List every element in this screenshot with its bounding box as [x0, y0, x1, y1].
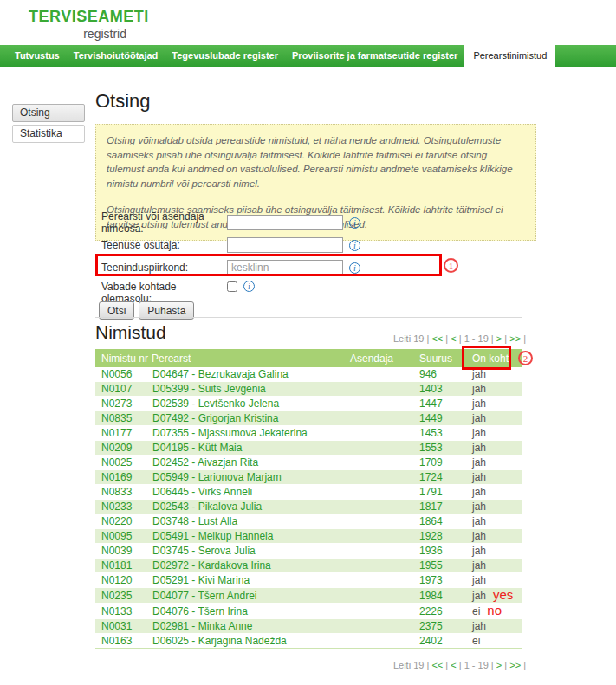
asendaja-cell	[349, 514, 397, 529]
suurus-value: 1724	[419, 471, 443, 483]
form-row-vacancy: Vabade kohtade olemasolu: i	[95, 279, 360, 298]
nimistu-link[interactable]: N0235	[101, 590, 132, 602]
nav-item[interactable]: Tegevuslubade register	[165, 45, 285, 67]
table-row: N0169D05949 - Larionova Marjam1724jah	[95, 470, 522, 485]
nav-item[interactable]: Tutvustus	[8, 45, 67, 67]
table-row: N0031D02981 - Minka Anne2375jah	[95, 619, 522, 634]
on-kohti-value: jah	[472, 397, 486, 410]
suurus-value: 1553	[419, 442, 443, 454]
perearst-link[interactable]: D04647 - Bezrukavaja Galina	[152, 368, 289, 380]
annotation-box-on-kohti	[462, 346, 511, 370]
perearst-link[interactable]: D05399 - Suits Jevgenia	[152, 383, 266, 395]
vacancy-checkbox[interactable]	[227, 281, 237, 292]
info-icon[interactable]: i	[349, 240, 360, 251]
perearst-link[interactable]: D02543 - Pikalova Julia	[152, 501, 262, 513]
pagination-page-range: 1 - 19	[464, 333, 489, 344]
annotation-callout-1: 1	[444, 258, 458, 273]
page-title: Otsing	[95, 90, 151, 113]
nimistu-link[interactable]: N0220	[101, 515, 132, 527]
perearst-link[interactable]: D02452 - Aivazjan Rita	[152, 456, 258, 469]
sidebar-item-statistika[interactable]: Statistika	[12, 125, 85, 143]
nimistu-link[interactable]: N0181	[101, 559, 132, 572]
on-kohti-value: jah	[472, 471, 486, 483]
asendaja-cell	[349, 529, 397, 544]
nimistu-link[interactable]: N0177	[101, 427, 132, 439]
pagination-prev-page[interactable]: <	[451, 660, 456, 670]
nav-item[interactable]: Proviisorite ja farmatseutide register	[285, 45, 464, 67]
perearst-link[interactable]: D05491 - Meikup Hannela	[152, 530, 273, 542]
info-icon[interactable]: i	[243, 281, 255, 292]
column-asendaja[interactable]: Asendaja	[349, 349, 397, 367]
nimistu-link[interactable]: N0025	[101, 456, 132, 469]
pagination-last-page[interactable]: >>	[509, 333, 521, 344]
asendaja-cell	[349, 411, 397, 426]
results-table: Nimistu nr Perearst Asendaja Suurus On k…	[95, 349, 522, 649]
perearst-link[interactable]: D03745 - Serova Julia	[152, 545, 256, 557]
nimistu-link[interactable]: N0031	[101, 620, 132, 632]
suurus-value: 1955	[419, 559, 443, 572]
pagination-found-count: Leiti 19	[393, 660, 424, 670]
pagination-top: Leiti 19 | << | < | 1 - 19 | > | >> |	[95, 333, 526, 344]
nimistu-link[interactable]: N0209	[101, 442, 132, 454]
nimistu-link[interactable]: N0133	[101, 605, 132, 617]
form-row-name-part: Perearsti või asendaja nimeosa: i	[95, 211, 360, 234]
pagination-first-page[interactable]: <<	[431, 333, 443, 344]
perearst-link[interactable]: D04077 - Tšern Andrei	[152, 590, 257, 602]
perearst-link[interactable]: D06025 - Karjagina Nadežda	[152, 635, 287, 647]
perearst-link[interactable]: D02981 - Minka Anne	[152, 620, 252, 632]
pagination-next-page[interactable]: >	[496, 660, 502, 670]
perearst-link[interactable]: D04195 - Kütt Maia	[152, 442, 242, 454]
perearst-link[interactable]: D03748 - Lust Alla	[152, 515, 237, 527]
name-part-input[interactable]	[227, 215, 343, 230]
suurus-value: 1453	[419, 427, 443, 439]
nimistu-link[interactable]: N0835	[101, 412, 132, 424]
suurus-value: 1403	[419, 383, 443, 395]
on-kohti-value: jah	[472, 427, 486, 439]
nimistu-link[interactable]: N0095	[101, 530, 132, 542]
perearst-link[interactable]: D02539 - Levtšenko Jelena	[152, 397, 279, 410]
table-row: N0273D02539 - Levtšenko Jelena1447jah	[95, 397, 522, 411]
perearst-link[interactable]: D05949 - Larionova Marjam	[152, 471, 282, 483]
perearst-link[interactable]: D06445 - Virks Anneli	[152, 486, 252, 498]
pagination-prev-page[interactable]: <	[451, 333, 456, 344]
table-row: N0107D05399 - Suits Jevgenia1403jah	[95, 382, 522, 397]
perearst-link[interactable]: D05291 - Kivi Marina	[152, 574, 250, 586]
on-kohti-value: jah	[472, 442, 486, 454]
info-icon[interactable]: i	[349, 217, 360, 229]
logo-title: TERVISEAMETI	[29, 8, 126, 26]
nimistu-link[interactable]: N0273	[101, 397, 132, 410]
perearst-link[interactable]: D07355 - Mjassumova Jekaterina	[152, 427, 308, 439]
column-perearst[interactable]: Perearst	[152, 349, 349, 367]
pagination-first-page[interactable]: <<	[431, 660, 443, 670]
nimistu-link[interactable]: N0120	[101, 574, 132, 586]
perearst-link[interactable]: D04076 - Tšern Irina	[152, 605, 248, 617]
suurus-value: 2402	[419, 635, 443, 647]
pagination-bottom: Leiti 19 | << | < | 1 - 19 | > | >> |	[95, 660, 526, 670]
tab-perearstinimistud[interactable]: Perearstinimistud	[464, 45, 555, 67]
provider-input[interactable]	[227, 237, 343, 253]
nimistu-link[interactable]: N0163	[101, 635, 132, 647]
column-nimistu-nr[interactable]: Nimistu nr	[95, 349, 152, 367]
perearst-link[interactable]: D07492 - Grigorjan Kristina	[152, 412, 278, 424]
suurus-value: 1864	[419, 515, 443, 527]
nimistu-link[interactable]: N0233	[101, 501, 132, 513]
suurus-value: 1791	[419, 486, 443, 498]
suurus-value: 1817	[419, 501, 443, 513]
pagination-next-page[interactable]: >	[496, 333, 502, 344]
pagination-last-page[interactable]: >>	[509, 660, 521, 670]
pagination-page-range: 1 - 19	[464, 660, 489, 670]
divider	[95, 648, 522, 649]
app-logo: TERVISEAMETI registrid	[29, 8, 126, 41]
nimistu-link[interactable]: N0039	[101, 545, 132, 557]
nimistu-link[interactable]: N0107	[101, 383, 132, 395]
suurus-value: 1973	[419, 574, 443, 586]
on-kohti-value: jah	[472, 515, 486, 527]
nimistu-link[interactable]: N0833	[101, 486, 132, 498]
table-row: N0177D07355 - Mjassumova Jekaterina1453j…	[95, 426, 522, 441]
nimistu-link[interactable]: N0056	[101, 368, 132, 380]
perearst-link[interactable]: D02972 - Kardakova Irina	[152, 559, 271, 572]
nav-item[interactable]: Tervishoiutöötajad	[67, 45, 165, 67]
nimistu-link[interactable]: N0169	[101, 471, 132, 483]
column-suurus[interactable]: Suurus	[397, 349, 462, 367]
sidebar-item-otsing[interactable]: Otsing	[12, 104, 85, 122]
